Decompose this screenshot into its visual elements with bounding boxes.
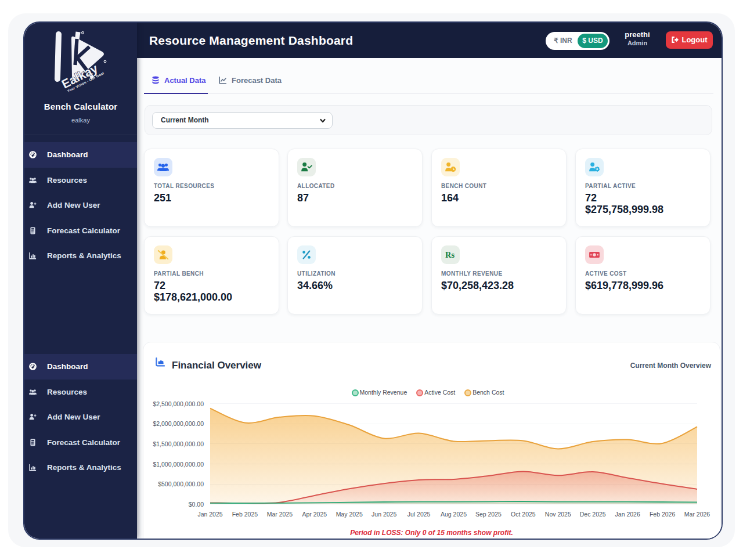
svg-text:Rs: Rs: [445, 250, 455, 259]
